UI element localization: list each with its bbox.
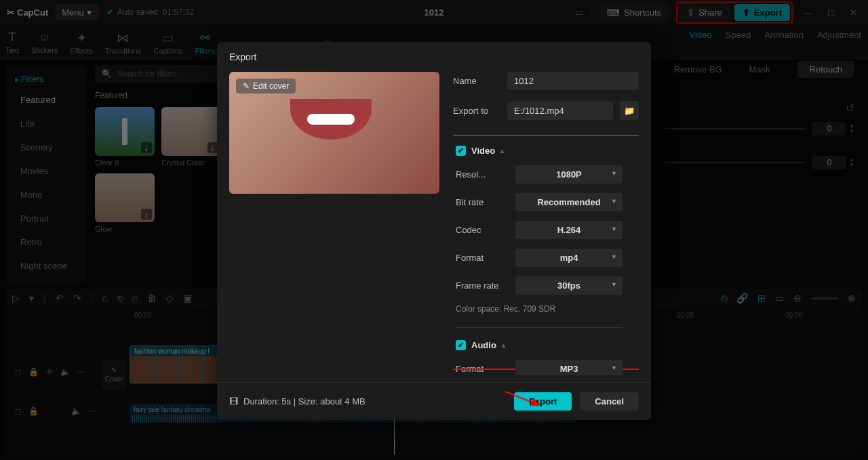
export-settings-scroll[interactable]: ✔ Video ▴ Resol...1080P Bit rateRecommen… (456, 142, 632, 375)
name-row: Name 1012 (453, 72, 639, 90)
export-info: 🎞 Duration: 5s | Size: about 4 MB (229, 396, 366, 406)
divider (456, 327, 623, 328)
colorspace-note: Color space: Rec. 709 SDR (456, 304, 623, 314)
resolution-label: Resol... (456, 169, 509, 180)
audio-checkbox[interactable]: ✔ (456, 340, 466, 350)
export-dialog-footer: 🎞 Duration: 5s | Size: about 4 MB Export… (217, 382, 651, 420)
codec-select[interactable]: H.264 (515, 221, 623, 239)
audio-format-label: Format (456, 364, 509, 374)
edit-cover-button[interactable]: ✎Edit cover (236, 79, 296, 93)
confirm-export-button[interactable]: Export (514, 392, 572, 411)
bitrate-label: Bit rate (456, 197, 509, 207)
exportto-input[interactable]: E:/1012.mp4 (507, 102, 613, 120)
browse-button[interactable]: 📁 (620, 101, 639, 120)
video-group-header[interactable]: ✔ Video ▴ (456, 146, 623, 156)
audio-group-label: Audio (471, 340, 496, 350)
folder-icon: 📁 (624, 106, 635, 116)
framerate-select[interactable]: 30fps (515, 276, 623, 295)
film-icon: 🎞 (229, 396, 238, 406)
bitrate-select[interactable]: Recommended (515, 193, 623, 211)
pencil-icon: ✎ (243, 81, 250, 91)
codec-label: Codec (456, 225, 509, 235)
resolution-select[interactable]: 1080P (515, 165, 623, 184)
video-checkbox[interactable]: ✔ (456, 146, 466, 156)
export-dialog-title: Export (217, 42, 651, 72)
audio-format-select[interactable]: MP3 (515, 360, 623, 375)
chevron-up-icon: ▴ (502, 341, 505, 349)
exportto-label: Export to (453, 106, 500, 116)
audio-group-header[interactable]: ✔ Audio ▴ (456, 340, 623, 350)
framerate-label: Frame rate (456, 280, 509, 291)
cover-preview: ✎Edit cover (229, 72, 439, 194)
format-label: Format (456, 253, 509, 263)
name-label: Name (453, 76, 500, 86)
cover-art (290, 99, 372, 140)
video-group-label: Video (471, 146, 495, 156)
export-dialog: Export ✎Edit cover Name 1012 Export to E… (217, 42, 651, 420)
cancel-button[interactable]: Cancel (580, 392, 639, 411)
exportto-row: Export to E:/1012.mp4 📁 (453, 101, 639, 120)
chevron-up-icon: ▴ (500, 147, 504, 154)
name-input[interactable]: 1012 (507, 72, 639, 90)
format-select[interactable]: mp4 (515, 249, 623, 267)
